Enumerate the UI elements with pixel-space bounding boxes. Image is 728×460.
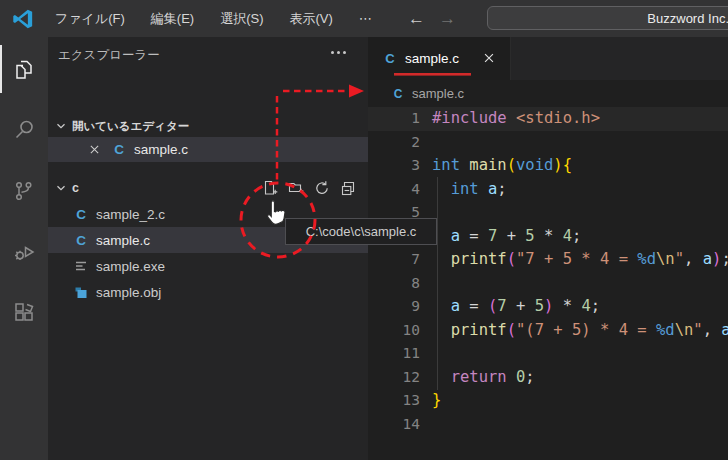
line-number[interactable]: 1 bbox=[368, 107, 420, 131]
vscode-window: ファイル(F)編集(E)選択(S)表示(V)⋯ ← → Buzzword Inc… bbox=[0, 0, 728, 460]
line-number[interactable]: 3 bbox=[368, 154, 420, 178]
c-file-icon: C bbox=[390, 87, 406, 101]
line-number[interactable]: 9 bbox=[368, 295, 420, 319]
code-line-14[interactable]: 14 bbox=[368, 413, 728, 437]
code-line-2[interactable]: 2 bbox=[368, 131, 728, 155]
search-box-text: Buzzword Inc. bbox=[647, 11, 728, 26]
run-debug-icon[interactable] bbox=[0, 228, 48, 276]
c-file-icon: C bbox=[73, 233, 89, 248]
obj-file-icon bbox=[73, 284, 89, 300]
titlebar: ファイル(F)編集(E)選択(S)表示(V)⋯ ← → Buzzword Inc… bbox=[0, 0, 728, 37]
c-file-icon: C bbox=[111, 142, 127, 157]
code-line-9[interactable]: 9 a = (7 + 5) * 4; bbox=[368, 295, 728, 319]
code-line-11[interactable]: 11 bbox=[368, 342, 728, 366]
file-label: sample_2.c bbox=[96, 207, 165, 222]
code-line-3[interactable]: 3int main(void){ bbox=[368, 154, 728, 178]
menubar: ファイル(F)編集(E)選択(S)表示(V)⋯ bbox=[42, 0, 385, 37]
search-icon[interactable] bbox=[0, 106, 48, 154]
chevron-down-icon bbox=[54, 181, 68, 195]
menu-item-5[interactable]: ⋯ bbox=[346, 0, 385, 37]
refresh-icon[interactable] bbox=[314, 180, 330, 196]
code-line-12[interactable]: 12 return 0; bbox=[368, 366, 728, 390]
folder-section: c bbox=[48, 175, 368, 201]
folder-name: c bbox=[72, 181, 79, 195]
code-line-4[interactable]: 4 int a; bbox=[368, 178, 728, 202]
folder-items: Csample_2.cCsample.csample.exesample.obj bbox=[48, 201, 368, 305]
code-line-10[interactable]: 10 printf("(7 + 5) * 4 = %d\n", a); bbox=[368, 319, 728, 343]
close-icon[interactable] bbox=[482, 51, 496, 65]
file-label: sample.exe bbox=[96, 259, 165, 274]
explorer-sidebar: エクスプローラー 開いているエディター C sample.c c bbox=[48, 37, 368, 460]
breadcrumb-file: sample.c bbox=[412, 86, 464, 101]
more-actions-icon[interactable] bbox=[331, 51, 346, 54]
explorer-icon[interactable] bbox=[0, 45, 48, 93]
tab-strip: C sample.c bbox=[368, 37, 728, 80]
tab-label: sample.c bbox=[405, 51, 459, 66]
source-control-icon[interactable] bbox=[0, 167, 48, 215]
extensions-icon[interactable] bbox=[0, 289, 48, 337]
open-editor-sample-c[interactable]: C sample.c bbox=[48, 137, 368, 162]
command-search-box[interactable]: Buzzword Inc. bbox=[487, 6, 728, 30]
line-number[interactable]: 8 bbox=[368, 272, 420, 296]
breadcrumb[interactable]: C sample.c bbox=[368, 80, 728, 107]
code-line-13[interactable]: 13} bbox=[368, 389, 728, 413]
file-item-sample.exe[interactable]: sample.exe bbox=[48, 253, 368, 279]
line-number[interactable]: 12 bbox=[368, 366, 420, 390]
code-lines[interactable]: 1#include <stdio.h>23int main(void){4 in… bbox=[368, 107, 728, 436]
menu-item-1[interactable]: ファイル(F) bbox=[42, 0, 138, 37]
folder-actions bbox=[262, 180, 356, 196]
open-editor-label: sample.c bbox=[134, 142, 188, 157]
new-folder-icon[interactable] bbox=[288, 180, 304, 196]
active-indicator bbox=[0, 45, 2, 93]
file-item-sample.obj[interactable]: sample.obj bbox=[48, 279, 368, 305]
line-number[interactable]: 4 bbox=[368, 178, 420, 202]
code-line-8[interactable]: 8 bbox=[368, 272, 728, 296]
history-nav: ← → bbox=[408, 0, 456, 37]
line-number[interactable]: 13 bbox=[368, 389, 420, 413]
menu-item-2[interactable]: 編集(E) bbox=[138, 0, 207, 37]
vscode-logo-icon bbox=[12, 8, 34, 30]
close-icon[interactable] bbox=[88, 143, 101, 156]
forward-arrow-icon[interactable]: → bbox=[439, 10, 456, 27]
path-tooltip: C:\code\c\sample.c bbox=[285, 218, 437, 245]
line-number[interactable]: 2 bbox=[368, 131, 420, 155]
exe-file-icon bbox=[73, 258, 89, 274]
code-line-1[interactable]: 1#include <stdio.h> bbox=[368, 107, 728, 131]
chevron-down-icon bbox=[54, 119, 68, 133]
line-number[interactable]: 14 bbox=[368, 413, 420, 437]
editor-area: C sample.c C sample.c 1#include <stdio.h… bbox=[368, 37, 728, 460]
collapse-all-icon[interactable] bbox=[340, 180, 356, 196]
back-arrow-icon[interactable]: ← bbox=[408, 10, 425, 27]
line-number[interactable]: 10 bbox=[368, 319, 420, 343]
new-file-icon[interactable] bbox=[262, 180, 278, 196]
file-label: sample.obj bbox=[96, 285, 161, 300]
code-line-7[interactable]: 7 printf("7 + 5 * 4 = %d\n", a); bbox=[368, 248, 728, 272]
c-file-icon: C bbox=[73, 207, 89, 222]
sidebar-header: エクスプローラー bbox=[48, 37, 368, 73]
open-editors-section[interactable]: 開いているエディター bbox=[48, 115, 368, 137]
menu-item-3[interactable]: 選択(S) bbox=[207, 0, 276, 37]
sidebar-title: エクスプローラー bbox=[58, 47, 160, 64]
menu-item-4[interactable]: 表示(V) bbox=[277, 0, 346, 37]
file-label: sample.c bbox=[96, 233, 150, 248]
c-file-icon: C bbox=[382, 51, 398, 66]
tab-sample-c[interactable]: C sample.c bbox=[368, 37, 511, 80]
line-number[interactable]: 7 bbox=[368, 248, 420, 272]
line-number[interactable]: 11 bbox=[368, 342, 420, 366]
activity-bar bbox=[0, 37, 48, 460]
open-editors-label: 開いているエディター bbox=[72, 119, 189, 134]
